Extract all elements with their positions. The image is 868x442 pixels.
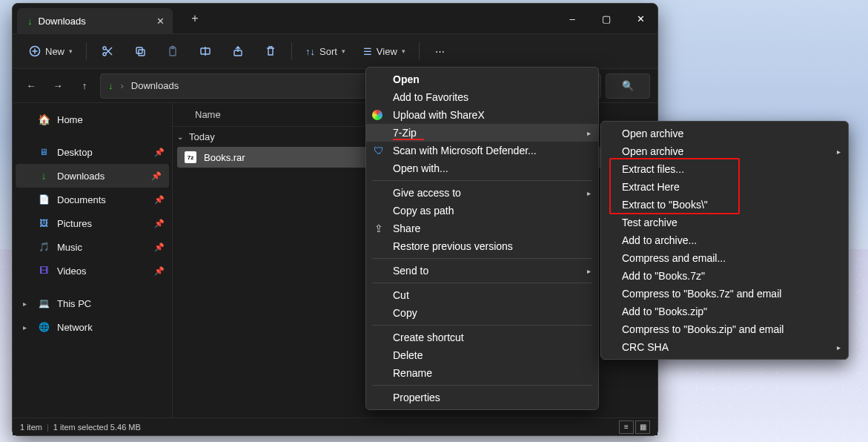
ctx-restore[interactable]: Restore previous versions (366, 237, 598, 255)
tab-downloads[interactable]: Downloads ✕ (17, 8, 173, 33)
sort-button[interactable]: ↑↓ Sort ▾ (298, 39, 353, 64)
ctx-copy-path[interactable]: Copy as path (366, 202, 598, 220)
tiles-view-button[interactable]: ▦ (635, 420, 650, 434)
sidebar-item-desktop[interactable]: Desktop📌 (13, 140, 172, 164)
sharex-icon (372, 110, 382, 120)
sidebar-item-music[interactable]: Music📌 (13, 235, 172, 259)
document-icon (38, 194, 50, 205)
delete-button[interactable] (256, 39, 285, 64)
ctx-defender[interactable]: 🛡Scan with Microsoft Defender... (366, 142, 598, 159)
separator (372, 180, 592, 181)
titlebar: Downloads ✕ + – ▢ ✕ (13, 4, 657, 33)
sub-extract-to[interactable]: Extract to "Books\" (601, 196, 848, 214)
ctx-delete[interactable]: Delete (366, 346, 598, 364)
sub-test-archive[interactable]: Test archive (601, 214, 848, 231)
rename-button[interactable] (191, 39, 220, 64)
sub-open-archive-more[interactable]: Open archive▸ (601, 142, 848, 160)
path-separator-icon: › (121, 80, 124, 91)
ctx-upload-sharex[interactable]: Upload with ShareX (366, 106, 598, 124)
sort-icon: ↑↓ (305, 46, 315, 57)
context-menu: Open Add to Favorites Upload with ShareX… (365, 67, 599, 410)
sidebar-item-downloads[interactable]: Downloads📌 (16, 164, 169, 188)
new-button[interactable]: New ▾ (21, 39, 80, 64)
copy-icon (134, 45, 146, 57)
svg-point-4 (103, 47, 106, 50)
separator (372, 325, 592, 326)
plus-circle-icon (29, 45, 41, 57)
share-button[interactable] (223, 39, 253, 64)
forward-button[interactable]: → (47, 75, 69, 97)
shield-icon: 🛡 (372, 144, 385, 157)
sub-compress-7z-email[interactable]: Compress to "Books.7z" and email (601, 285, 848, 303)
paste-button[interactable] (158, 39, 188, 64)
new-label: New (45, 46, 64, 57)
ellipsis-icon: ⋯ (435, 46, 445, 57)
sub-compress-email[interactable]: Compress and email... (601, 249, 848, 267)
download-icon (38, 170, 50, 182)
chevron-down-icon: ▾ (342, 47, 345, 55)
clipboard-icon (167, 45, 179, 57)
share-icon: ⇪ (372, 222, 385, 235)
view-button[interactable]: ☰ View ▾ (356, 39, 413, 64)
separator (372, 385, 592, 386)
tab-close-button[interactable]: ✕ (153, 14, 167, 27)
ctx-copy[interactable]: Copy (366, 304, 598, 322)
sidebar-item-documents[interactable]: Documents📌 (13, 188, 172, 211)
maximize-button[interactable]: ▢ (589, 7, 623, 30)
close-window-button[interactable]: ✕ (623, 7, 657, 30)
sub-add-7z[interactable]: Add to "Books.7z" (601, 267, 848, 285)
file-name: Books.rar (204, 152, 245, 163)
sub-extract-files[interactable]: Extract files... (601, 160, 848, 178)
sub-extract-here[interactable]: Extract Here (601, 178, 848, 196)
pin-icon: 📌 (154, 266, 165, 276)
copy-button[interactable] (125, 39, 155, 64)
sidebar-item-videos[interactable]: Videos📌 (13, 259, 172, 283)
ctx-send-to[interactable]: Send to▸ (366, 262, 598, 280)
details-view-button[interactable]: ≡ (619, 420, 634, 434)
ctx-shortcut[interactable]: Create shortcut (366, 329, 598, 346)
ctx-share[interactable]: ⇪Share (366, 220, 598, 237)
download-icon (108, 80, 113, 91)
window-controls: – ▢ ✕ (555, 7, 657, 30)
ctx-7zip[interactable]: 7-Zip▸ (366, 124, 598, 142)
up-button[interactable]: ↑ (73, 75, 96, 97)
path-segment: Downloads (131, 80, 179, 91)
ctx-cut[interactable]: Cut (366, 286, 598, 304)
sort-label: Sort (319, 46, 337, 57)
sub-crc-sha[interactable]: CRC SHA▸ (601, 338, 848, 356)
sidebar-label: Videos (57, 265, 87, 277)
search-box[interactable]: 🔍 (606, 73, 650, 99)
sidebar-item-network[interactable]: ▸Network (13, 315, 172, 339)
separator (419, 42, 420, 60)
sidebar-item-thispc[interactable]: ▸This PC (13, 291, 172, 315)
sub-add-archive[interactable]: Add to archive... (601, 231, 848, 249)
chevron-down-icon: ▾ (402, 47, 405, 55)
sub-open-archive[interactable]: Open archive (601, 125, 848, 142)
cut-button[interactable] (93, 39, 122, 64)
ctx-open-with[interactable]: Open with... (366, 159, 598, 177)
sub-add-zip[interactable]: Add to "Books.zip" (601, 303, 848, 320)
ctx-give-access[interactable]: Give access to▸ (366, 184, 598, 202)
ctx-properties[interactable]: Properties (366, 389, 598, 406)
context-submenu-7zip: Open archive Open archive▸ Extract files… (600, 121, 849, 360)
sidebar-label: Downloads (57, 171, 105, 182)
sidebar-item-home[interactable]: Home (13, 108, 172, 131)
toolbar: New ▾ ↑↓ Sort ▾ ☰ View ▾ ⋯ (13, 33, 657, 69)
more-button[interactable]: ⋯ (425, 39, 455, 64)
search-icon: 🔍 (622, 80, 634, 91)
new-tab-button[interactable]: + (186, 10, 204, 27)
pin-icon: 📌 (154, 195, 165, 205)
ctx-open[interactable]: Open (366, 70, 598, 88)
pin-icon: 📌 (154, 243, 165, 252)
ctx-rename[interactable]: Rename (366, 364, 598, 382)
chevron-down-icon: ⌄ (177, 133, 183, 141)
trash-icon (265, 45, 276, 57)
minimize-button[interactable]: – (555, 7, 589, 30)
back-button[interactable]: ← (20, 75, 42, 97)
sidebar-label: Home (57, 114, 83, 125)
sub-compress-zip-email[interactable]: Compress to "Books.zip" and email (601, 320, 848, 338)
sidebar-item-pictures[interactable]: Pictures📌 (13, 211, 172, 235)
download-icon (27, 16, 33, 27)
ctx-add-favorites[interactable]: Add to Favorites (366, 88, 598, 106)
annotation-underline (393, 139, 424, 140)
